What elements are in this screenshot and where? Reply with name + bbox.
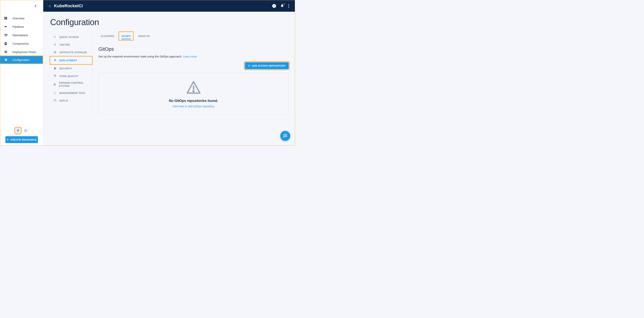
cfg-tekton[interactable]: TEKTON <box>50 41 92 49</box>
k8s-tool-button[interactable] <box>22 127 29 134</box>
empty-state: No GitOps repositories found. Click here… <box>98 73 289 115</box>
nav-label: Components <box>12 42 29 45</box>
sidebar-nav: Overview Pipelines Marketplace Component… <box>0 12 43 63</box>
empty-title: No GitOps repositories found. <box>169 99 218 103</box>
nav-label: Overview <box>12 17 24 20</box>
tekton-icon <box>53 43 57 46</box>
overview-icon <box>4 17 8 20</box>
page-title: Configuration <box>50 18 289 27</box>
notifications-button[interactable] <box>280 4 284 8</box>
cfg-quick-access[interactable]: QUICK ACCESS <box>50 33 92 41</box>
content-main: CLUSTERS GITOPS ARGO CD GitOps Set up th… <box>92 32 289 115</box>
config-menu: QUICK ACCESS TEKTON ARTIFACTS STORAGE DE… <box>50 32 92 115</box>
tab-clusters[interactable]: CLUSTERS <box>98 32 116 40</box>
rocket-tool-button[interactable] <box>15 127 21 134</box>
cfg-management-tool[interactable]: MANAGEMENT TOOL <box>50 89 92 97</box>
nav-label: Marketplace <box>12 34 28 37</box>
info-button[interactable]: i <box>272 4 276 8</box>
chat-fab[interactable] <box>280 131 290 141</box>
nav-label: Pipelines <box>12 25 24 28</box>
svg-point-1 <box>25 130 26 131</box>
nav-pipelines[interactable]: Pipelines <box>0 23 43 31</box>
rocket-icon <box>53 59 57 62</box>
nav-overview[interactable]: Overview <box>0 14 43 23</box>
chevron-left-icon <box>35 5 37 7</box>
tab-argocd[interactable]: ARGO CD <box>136 32 152 40</box>
nav-label: Configuration <box>12 58 30 62</box>
cfg-security[interactable]: SECURITY <box>50 65 92 72</box>
main-content: Configuration QUICK ACCESS TEKTON ARTIFA… <box>43 12 295 145</box>
brand-label: KubeRocketCI <box>54 4 83 9</box>
deployment-flows-icon <box>4 50 8 54</box>
brand[interactable]: KubeRocketCI <box>48 4 83 9</box>
empty-add-link[interactable]: Click here to add GitOps repository. <box>172 105 215 108</box>
more-menu-button[interactable] <box>288 4 289 8</box>
learn-more-link[interactable]: Learn more. <box>183 55 197 58</box>
create-resource-button[interactable]: + CREATE RESOURCE <box>5 136 38 143</box>
section-description: Set up the required environment state us… <box>98 55 289 58</box>
cfg-vcs[interactable]: VERSION CONTROL SYSTEM <box>50 80 92 89</box>
kubernetes-icon <box>24 129 28 132</box>
tools-icon <box>53 91 57 94</box>
trophy-icon <box>53 75 57 78</box>
svg-marker-0 <box>24 129 27 132</box>
add-gitops-button[interactable]: + ADD GITOPS REPOSITORY <box>245 62 289 69</box>
sidebar: Overview Pipelines Marketplace Component… <box>0 0 43 145</box>
nav-components[interactable]: Components <box>0 39 43 48</box>
storage-icon <box>53 51 57 54</box>
layers-icon <box>53 83 56 86</box>
chat-icon <box>283 134 288 138</box>
pipelines-icon <box>4 25 8 28</box>
svg-point-3 <box>54 100 55 101</box>
svg-point-5 <box>193 91 194 92</box>
marketplace-icon <box>4 33 8 37</box>
lightning-icon <box>53 36 57 39</box>
nav-label: Deployment Flows <box>12 50 36 54</box>
nav-marketplace[interactable]: Marketplace <box>0 31 43 39</box>
nav-configuration[interactable]: Configuration <box>0 56 43 64</box>
svg-point-2 <box>54 44 56 45</box>
section-title: GitOps <box>98 46 289 52</box>
cfg-gen-ai[interactable]: GEN AI <box>50 97 92 104</box>
cfg-code-quality[interactable]: CODE QUALITY <box>50 72 92 80</box>
plus-icon: + <box>6 138 9 142</box>
warning-icon <box>186 80 201 96</box>
nav-deployment-flows[interactable]: Deployment Flows <box>0 48 43 56</box>
tabs: CLUSTERS GITOPS ARGO CD <box>98 32 289 40</box>
create-resource-label: CREATE RESOURCE <box>10 138 36 141</box>
plus-icon: + <box>248 64 250 68</box>
rocket-icon <box>16 129 20 132</box>
shield-icon <box>53 67 57 70</box>
sidebar-collapse-button[interactable] <box>0 0 43 12</box>
ai-icon <box>53 99 57 102</box>
topbar: KubeRocketCI i <box>43 0 295 12</box>
brand-icon <box>48 4 52 8</box>
tab-gitops[interactable]: GITOPS <box>119 32 133 40</box>
configuration-icon <box>4 58 8 62</box>
components-icon <box>4 42 8 45</box>
sidebar-bottom: + CREATE RESOURCE <box>0 126 43 145</box>
cfg-artifacts[interactable]: ARTIFACTS STORAGE <box>50 49 92 56</box>
notification-dot <box>283 3 285 5</box>
cfg-deployment[interactable]: DEPLOYMENT <box>50 57 92 64</box>
